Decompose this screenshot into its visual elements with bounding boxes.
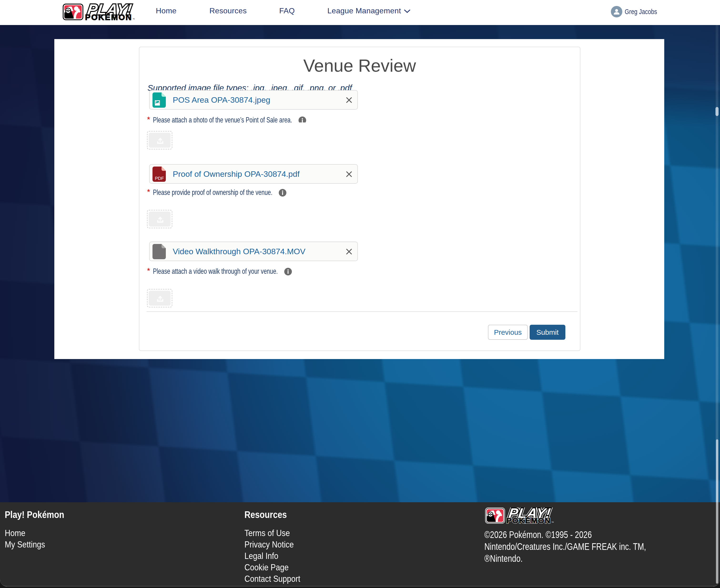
svg-text:POKÉMON: POKÉMON (85, 13, 132, 20)
svg-text:PDF: PDF (155, 176, 164, 181)
svg-text:™: ™ (552, 521, 554, 524)
svg-text:™: ™ (133, 18, 134, 20)
svg-text:POKÉMON: POKÉMON (507, 516, 551, 524)
